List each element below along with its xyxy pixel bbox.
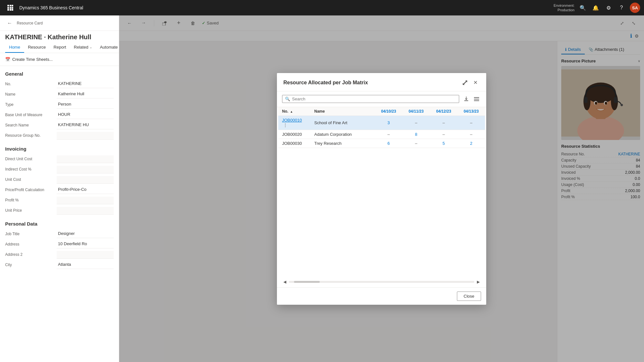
scroll-right-button[interactable]: ▶	[476, 279, 481, 285]
apps-menu-button[interactable]	[4, 1, 17, 14]
value-link[interactable]: 8	[415, 132, 417, 137]
cell-date3: 5	[430, 139, 458, 148]
field-address2: Address 2	[0, 250, 119, 260]
export-button[interactable]	[462, 95, 471, 104]
field-name: Name Katherine Hull	[0, 89, 119, 100]
cell-no: JOB00020	[278, 130, 310, 139]
back-button[interactable]: ←	[5, 19, 14, 28]
field-direct-unit-cost: Direct Unit Cost	[0, 154, 119, 164]
left-panel: ← Resource Card KATHERINE · Katherine Hu…	[0, 15, 119, 362]
modal-title: Resource Allocated per Job Matrix	[283, 80, 368, 86]
col-date4[interactable]: 04/13/23	[458, 107, 485, 116]
cell-date1: 6	[375, 139, 402, 148]
modal-expand-button[interactable]	[460, 78, 469, 87]
settings-nav-button[interactable]: ⚙	[603, 2, 614, 14]
close-button[interactable]: Close	[457, 292, 481, 301]
matrix-table-container: No. ▲ Name 04/10/23 04/11/23 04/12/23 04…	[277, 107, 486, 276]
svg-rect-1	[10, 5, 11, 6]
related-chevron-icon: ⌄	[90, 45, 92, 49]
field-unit-price: Unit Price	[0, 206, 119, 216]
scroll-thumb[interactable]	[294, 281, 320, 283]
modal-dialog: Resource Allocated per Job Matrix ✕	[277, 73, 486, 305]
create-time-sheets-button[interactable]: 📅 Create Time Sheets...	[5, 56, 114, 63]
top-nav-right: Environment: Production 🔍 🔔 ⚙ ? SA	[554, 2, 640, 14]
list-icon	[474, 97, 479, 102]
cell-date4: –	[458, 130, 485, 139]
left-panel-scroll: General No. KATHERINE Name Katherine Hul…	[0, 66, 119, 362]
top-nav-bar: Dynamics 365 Business Central Environmen…	[0, 0, 644, 15]
svg-rect-5	[12, 7, 13, 9]
search-input-wrap[interactable]: 🔍	[282, 95, 459, 103]
cell-date1: –	[375, 130, 402, 139]
table-row[interactable]: JOB00010 ⋮ School of Fine Art 3 – – –	[278, 116, 485, 130]
svg-rect-0	[7, 5, 9, 6]
matrix-table-body: JOB00010 ⋮ School of Fine Art 3 – – –	[278, 116, 485, 148]
field-profit-pct: Profit %	[0, 195, 119, 206]
cell-name: School of Fine Art	[310, 116, 375, 130]
field-indirect-cost: Indirect Cost %	[0, 164, 119, 175]
field-price-profit: Price/Profit Calculation Profit=Price-Co	[0, 185, 119, 195]
modal-scrollbar: ◀ ▶	[277, 276, 486, 287]
col-date1[interactable]: 04/10/23	[375, 107, 402, 116]
svg-rect-6	[7, 9, 9, 11]
col-date3[interactable]: 04/12/23	[430, 107, 458, 116]
svg-rect-28	[474, 100, 479, 101]
value-link[interactable]: 6	[387, 141, 390, 146]
nav-resource[interactable]: Resource	[24, 42, 50, 53]
field-city: City Atlanta	[0, 260, 119, 270]
col-name[interactable]: Name	[310, 107, 375, 116]
cell-date2: –	[402, 139, 430, 148]
col-no[interactable]: No. ▲	[278, 107, 310, 116]
cell-date4: –	[458, 116, 485, 130]
search-icon: 🔍	[285, 97, 290, 101]
cell-date3: –	[430, 130, 458, 139]
table-row[interactable]: JOB00020 Adatum Corporation – 8 – –	[278, 130, 485, 139]
help-button[interactable]: ?	[616, 2, 627, 14]
sort-icon: ▲	[290, 110, 293, 113]
cell-date3: –	[430, 116, 458, 130]
table-row[interactable]: JOB00030 Trey Research 6 – 5 2	[278, 139, 485, 148]
modal-close-button[interactable]: ✕	[471, 78, 480, 87]
user-avatar[interactable]: SA	[630, 3, 640, 13]
app-title: Dynamics 365 Business Central	[19, 5, 83, 10]
view-options-button[interactable]	[472, 95, 481, 104]
field-resource-group: Resource Group No.	[0, 131, 119, 141]
modal-header: Resource Allocated per Job Matrix ✕	[277, 73, 486, 91]
col-date2[interactable]: 04/11/23	[402, 107, 430, 116]
environment-info: Environment: Production	[554, 3, 574, 13]
search-nav-button[interactable]: 🔍	[577, 2, 589, 14]
nav-home[interactable]: Home	[5, 42, 24, 53]
svg-rect-4	[10, 7, 11, 9]
nav-related[interactable]: Related ⌄	[70, 42, 96, 53]
field-search-name: Search Name KATHERINE HU	[0, 120, 119, 131]
expand-icon	[463, 80, 467, 85]
svg-rect-27	[474, 99, 479, 99]
nav-automate[interactable]: Automate	[96, 42, 119, 53]
export-icon	[464, 97, 469, 102]
job-link[interactable]: JOB00010	[282, 118, 302, 123]
search-input[interactable]	[292, 97, 456, 101]
scroll-track[interactable]	[289, 281, 474, 283]
right-panel: ← ← + 🗑 ✓ Saved ⤢ ⤡ ℹ ⚙	[119, 15, 644, 362]
value-link[interactable]: 2	[470, 141, 472, 146]
main-layout: ← Resource Card KATHERINE · Katherine Hu…	[0, 15, 644, 362]
field-no: No. KATHERINE	[0, 79, 119, 89]
personal-data-section-header: Personal Data	[0, 216, 119, 229]
modal-search-bar: 🔍	[277, 91, 486, 107]
value-link[interactable]: 3	[387, 120, 390, 125]
grid-icon	[7, 5, 13, 11]
row-menu-icon[interactable]: ⋮	[282, 123, 289, 128]
svg-rect-3	[7, 7, 9, 9]
value-link[interactable]: 5	[442, 141, 445, 146]
nav-report[interactable]: Report	[50, 42, 70, 53]
general-section-header: General	[0, 66, 119, 79]
notification-button[interactable]: 🔔	[590, 2, 601, 14]
field-type: Type Person	[0, 100, 119, 110]
scroll-left-button[interactable]: ◀	[282, 279, 288, 285]
cell-date1: 3	[375, 116, 402, 130]
cell-date2: 8	[402, 130, 430, 139]
calendar-icon: 📅	[5, 57, 10, 62]
matrix-table-head: No. ▲ Name 04/10/23 04/11/23 04/12/23 04…	[278, 107, 485, 116]
matrix-header-row: No. ▲ Name 04/10/23 04/11/23 04/12/23 04…	[278, 107, 485, 116]
cell-name: Adatum Corporation	[310, 130, 375, 139]
